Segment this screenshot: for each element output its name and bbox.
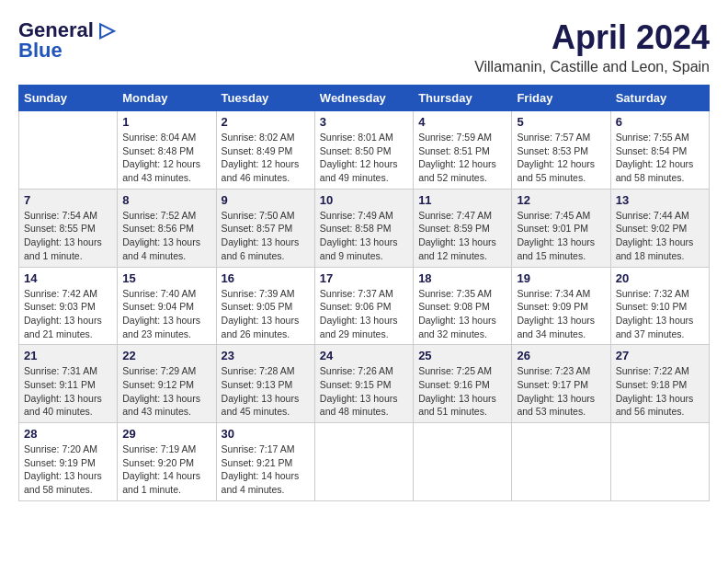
cell-sun-info: Sunrise: 7:40 AMSunset: 9:04 PMDaylight:…	[122, 287, 210, 341]
calendar-cell: 22Sunrise: 7:29 AMSunset: 9:12 PMDayligh…	[118, 345, 216, 423]
day-number: 7	[24, 193, 112, 207]
calendar-cell: 11Sunrise: 7:47 AMSunset: 8:59 PMDayligh…	[414, 189, 512, 267]
calendar-cell	[19, 111, 118, 190]
day-number: 1	[122, 115, 210, 129]
weekday-saturday: Saturday	[610, 86, 709, 111]
day-number: 11	[418, 193, 506, 207]
calendar-cell: 12Sunrise: 7:45 AMSunset: 9:01 PMDayligh…	[512, 189, 610, 267]
day-number: 10	[320, 193, 408, 207]
day-number: 22	[122, 349, 210, 362]
cell-sun-info: Sunrise: 7:49 AMSunset: 8:58 PMDaylight:…	[320, 209, 408, 263]
calendar-cell: 10Sunrise: 7:49 AMSunset: 8:58 PMDayligh…	[314, 189, 413, 267]
cell-sun-info: Sunrise: 7:17 AMSunset: 9:21 PMDaylight:…	[222, 442, 310, 497]
cell-sun-info: Sunrise: 8:02 AMSunset: 8:49 PMDaylight:…	[222, 131, 310, 185]
page-header: General ▷ Blue April 2024 Villamanin, Ca…	[18, 18, 710, 75]
cell-sun-info: Sunrise: 7:20 AMSunset: 9:19 PMDaylight:…	[24, 442, 112, 497]
month-title: April 2024	[474, 18, 710, 57]
calendar-cell: 25Sunrise: 7:25 AMSunset: 9:16 PMDayligh…	[414, 345, 512, 423]
cell-sun-info: Sunrise: 7:23 AMSunset: 9:17 PMDaylight:…	[517, 364, 605, 419]
cell-sun-info: Sunrise: 7:19 AMSunset: 9:20 PMDaylight:…	[122, 442, 210, 497]
weekday-tuesday: Tuesday	[216, 86, 314, 111]
calendar-cell: 7Sunrise: 7:54 AMSunset: 8:55 PMDaylight…	[19, 189, 118, 267]
calendar-cell: 21Sunrise: 7:31 AMSunset: 9:11 PMDayligh…	[19, 345, 118, 423]
day-number: 5	[517, 115, 605, 129]
day-number: 17	[320, 271, 408, 285]
weekday-monday: Monday	[118, 86, 216, 111]
cell-sun-info: Sunrise: 7:29 AMSunset: 9:12 PMDaylight:…	[122, 364, 210, 419]
calendar-cell: 1Sunrise: 8:04 AMSunset: 8:48 PMDaylight…	[118, 111, 216, 190]
calendar-cell: 20Sunrise: 7:32 AMSunset: 9:10 PMDayligh…	[610, 267, 709, 345]
day-number: 29	[122, 427, 210, 441]
calendar-cell	[512, 423, 610, 501]
day-number: 19	[517, 271, 605, 285]
calendar-cell: 29Sunrise: 7:19 AMSunset: 9:20 PMDayligh…	[118, 423, 216, 501]
cell-sun-info: Sunrise: 7:44 AMSunset: 9:02 PMDaylight:…	[616, 209, 704, 263]
calendar-cell: 3Sunrise: 8:01 AMSunset: 8:50 PMDaylight…	[314, 111, 413, 190]
day-number: 15	[122, 271, 210, 285]
week-row-5: 28Sunrise: 7:20 AMSunset: 9:19 PMDayligh…	[19, 423, 710, 501]
calendar-cell: 18Sunrise: 7:35 AMSunset: 9:08 PMDayligh…	[414, 267, 512, 345]
calendar-cell: 27Sunrise: 7:22 AMSunset: 9:18 PMDayligh…	[610, 345, 709, 423]
cell-sun-info: Sunrise: 7:42 AMSunset: 9:03 PMDaylight:…	[24, 287, 112, 341]
calendar-cell: 17Sunrise: 7:37 AMSunset: 9:06 PMDayligh…	[314, 267, 413, 345]
week-row-4: 21Sunrise: 7:31 AMSunset: 9:11 PMDayligh…	[19, 345, 710, 423]
day-number: 26	[517, 349, 605, 362]
day-number: 8	[122, 193, 210, 207]
weekday-header-row: SundayMondayTuesdayWednesdayThursdayFrid…	[19, 86, 710, 111]
calendar-cell: 5Sunrise: 7:57 AMSunset: 8:53 PMDaylight…	[512, 111, 610, 190]
logo-general: General	[18, 18, 94, 41]
cell-sun-info: Sunrise: 7:28 AMSunset: 9:13 PMDaylight:…	[222, 364, 310, 419]
day-number: 30	[222, 427, 310, 441]
cell-sun-info: Sunrise: 8:01 AMSunset: 8:50 PMDaylight:…	[320, 131, 408, 185]
calendar-cell: 4Sunrise: 7:59 AMSunset: 8:51 PMDaylight…	[414, 111, 512, 190]
day-number: 13	[616, 193, 704, 207]
calendar-cell	[610, 423, 709, 501]
day-number: 14	[24, 271, 112, 285]
day-number: 21	[24, 349, 112, 362]
calendar-cell: 9Sunrise: 7:50 AMSunset: 8:57 PMDaylight…	[216, 189, 314, 267]
day-number: 23	[222, 349, 310, 362]
cell-sun-info: Sunrise: 7:26 AMSunset: 9:15 PMDaylight:…	[320, 364, 408, 419]
day-number: 6	[616, 115, 704, 129]
calendar-cell: 14Sunrise: 7:42 AMSunset: 9:03 PMDayligh…	[19, 267, 118, 345]
cell-sun-info: Sunrise: 7:55 AMSunset: 8:54 PMDaylight:…	[616, 131, 704, 185]
week-row-3: 14Sunrise: 7:42 AMSunset: 9:03 PMDayligh…	[19, 267, 710, 345]
calendar-cell: 23Sunrise: 7:28 AMSunset: 9:13 PMDayligh…	[216, 345, 314, 423]
cell-sun-info: Sunrise: 7:22 AMSunset: 9:18 PMDaylight:…	[616, 364, 704, 419]
calendar-cell: 26Sunrise: 7:23 AMSunset: 9:17 PMDayligh…	[512, 345, 610, 423]
weekday-friday: Friday	[512, 86, 610, 111]
cell-sun-info: Sunrise: 7:54 AMSunset: 8:55 PMDaylight:…	[24, 209, 112, 263]
cell-sun-info: Sunrise: 7:47 AMSunset: 8:59 PMDaylight:…	[418, 209, 506, 263]
cell-sun-info: Sunrise: 7:31 AMSunset: 9:11 PMDaylight:…	[24, 364, 112, 419]
calendar-cell: 30Sunrise: 7:17 AMSunset: 9:21 PMDayligh…	[216, 423, 314, 501]
cell-sun-info: Sunrise: 8:04 AMSunset: 8:48 PMDaylight:…	[122, 131, 210, 185]
calendar-cell: 16Sunrise: 7:39 AMSunset: 9:05 PMDayligh…	[216, 267, 314, 345]
day-number: 24	[320, 349, 408, 362]
cell-sun-info: Sunrise: 7:35 AMSunset: 9:08 PMDaylight:…	[418, 287, 506, 341]
logo-bird-icon: ▷	[99, 18, 115, 41]
cell-sun-info: Sunrise: 7:34 AMSunset: 9:09 PMDaylight:…	[517, 287, 605, 341]
cell-sun-info: Sunrise: 7:50 AMSunset: 8:57 PMDaylight:…	[222, 209, 310, 263]
cell-sun-info: Sunrise: 7:32 AMSunset: 9:10 PMDaylight:…	[616, 287, 704, 341]
day-number: 27	[616, 349, 704, 362]
weekday-thursday: Thursday	[414, 86, 512, 111]
calendar-cell: 15Sunrise: 7:40 AMSunset: 9:04 PMDayligh…	[118, 267, 216, 345]
calendar-cell: 2Sunrise: 8:02 AMSunset: 8:49 PMDaylight…	[216, 111, 314, 190]
cell-sun-info: Sunrise: 7:37 AMSunset: 9:06 PMDaylight:…	[320, 287, 408, 341]
cell-sun-info: Sunrise: 7:39 AMSunset: 9:05 PMDaylight:…	[222, 287, 310, 341]
calendar-cell: 6Sunrise: 7:55 AMSunset: 8:54 PMDaylight…	[610, 111, 709, 190]
cell-sun-info: Sunrise: 7:52 AMSunset: 8:56 PMDaylight:…	[122, 209, 210, 263]
day-number: 3	[320, 115, 408, 129]
calendar-cell: 8Sunrise: 7:52 AMSunset: 8:56 PMDaylight…	[118, 189, 216, 267]
calendar-cell: 19Sunrise: 7:34 AMSunset: 9:09 PMDayligh…	[512, 267, 610, 345]
day-number: 16	[222, 271, 310, 285]
day-number: 28	[24, 427, 112, 441]
week-row-2: 7Sunrise: 7:54 AMSunset: 8:55 PMDaylight…	[19, 189, 710, 267]
cell-sun-info: Sunrise: 7:57 AMSunset: 8:53 PMDaylight:…	[517, 131, 605, 185]
calendar-cell: 13Sunrise: 7:44 AMSunset: 9:02 PMDayligh…	[610, 189, 709, 267]
day-number: 2	[222, 115, 310, 129]
cell-sun-info: Sunrise: 7:45 AMSunset: 9:01 PMDaylight:…	[517, 209, 605, 263]
weekday-wednesday: Wednesday	[314, 86, 413, 111]
calendar-cell	[414, 423, 512, 501]
calendar-cell	[314, 423, 413, 501]
